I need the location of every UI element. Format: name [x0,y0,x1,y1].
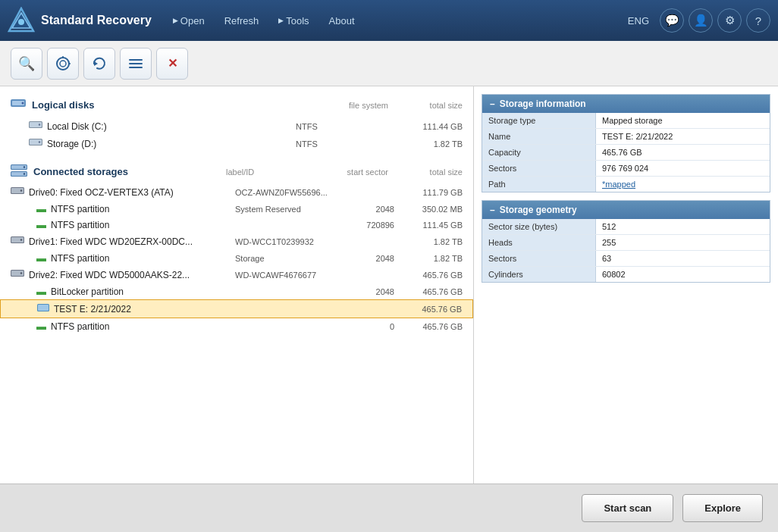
drive2-p1-name: BitLocker partition [51,286,235,297]
footer: Start scan Explore [0,483,778,532]
drive1-row[interactable]: Drive1: Fixed WDC WD20EZRX-00DC... WD-WC… [0,233,473,250]
collapse-storage-geo-icon[interactable]: – [490,205,495,215]
local-disk-c-row[interactable]: Local Disk (C:) NTFS 111.44 GB [0,117,473,135]
tools-arrow-icon: ▶ [278,17,284,24]
svg-point-31 [20,239,22,240]
nav-menu: ▶ Open Refresh ▶ Tools About [164,11,617,31]
chat-icon-button[interactable]: 💬 [660,8,684,33]
open-arrow-icon: ▶ [173,17,178,24]
storage-name-label: Name [482,129,596,144]
explore-button[interactable]: Explore [682,494,763,522]
connected-storages-label: Connected storages [33,166,128,177]
drive1-partition1-icon: ▬ [36,252,46,264]
drive0-size: 111.79 GB [394,188,463,197]
fs-col-header: file system [312,101,388,110]
help-icon-button[interactable]: ? [746,8,770,33]
sector-size-label: Sector size (bytes) [482,219,596,234]
drive2-ntfs-icon: ▬ [36,321,46,332]
header-right: ENG 💬 👤 ⚙ ? [622,8,770,33]
drive1-p1-sector: 2048 [334,254,394,263]
test-e-icon [37,302,49,315]
drive1-p1-label: Storage [235,254,334,263]
main-content: Logical disks file system total size Loc… [0,86,778,483]
refresh-tool-button[interactable] [83,48,115,80]
drive2-name: Drive2: Fixed WDC WD5000AAKS-22... [29,270,235,280]
drive2-size: 465.76 GB [394,271,463,280]
list-tool-button[interactable] [120,48,152,80]
geo-sectors-value: 63 [596,251,770,266]
test-e-row[interactable]: TEST E: 2/21/2022 465.76 GB [0,299,473,318]
drive0-partition1-row[interactable]: ▬ NTFS partition System Reserved 2048 35… [0,201,473,217]
drive0-label: OCZ-AWNZ0FW55696... [235,188,334,197]
drive2-p1-sector: 2048 [334,287,394,296]
storage-information-label: Storage information [500,99,586,109]
geo-sectors-row: Sectors 63 [482,251,770,267]
drive0-p2-name: NTFS partition [51,220,235,230]
local-disk-icon [29,120,42,133]
drive2-row[interactable]: Drive2: Fixed WDC WD5000AAKS-22... WD-WC… [0,266,473,283]
svg-point-34 [20,272,22,274]
left-panel: Logical disks file system total size Loc… [0,86,474,483]
test-e-name: TEST E: 2/21/2022 [54,304,234,315]
header: Standard Recovery ▶ Open Refresh ▶ Tools… [0,0,778,41]
storage-capacity-row: Capacity 465.76 GB [482,145,770,161]
drive2-p3-size: 465.76 GB [394,322,463,331]
drive0-p1-label: System Reserved [235,205,334,214]
heads-row: Heads 255 [482,235,770,251]
sector-col-header: start sector [328,167,388,177]
menu-tools[interactable]: ▶ Tools [269,11,318,31]
storage-d-fs: NTFS [296,139,394,149]
menu-refresh[interactable]: Refresh [215,11,268,31]
language-button[interactable]: ENG [622,12,655,30]
storage-path-label: Path [482,177,596,192]
svg-point-16 [39,124,40,125]
sector-size-value: 512 [596,219,770,234]
drive0-partition2-icon: ▬ [36,219,46,230]
drive2-ntfs-row[interactable]: ▬ NTFS partition 0 465.76 GB [0,318,473,334]
cylinders-label: Cylinders [482,267,596,282]
drive1-label: WD-WCC1T0239932 [235,237,334,246]
drive0-row[interactable]: Drive0: Fixed OCZ-VERTEX3 (ATA) OCZ-AWNZ… [0,183,473,201]
drive0-partition1-icon: ▬ [36,203,46,214]
menu-about[interactable]: About [320,11,364,31]
storage-d-row[interactable]: Storage (D:) NTFS 1.82 TB [0,135,473,152]
svg-point-25 [24,173,25,174]
storage-capacity-value: 465.76 GB [596,145,770,160]
drive2-icon [11,268,24,281]
drive2-bitlocker-icon: ▬ [36,286,46,297]
close-tool-button[interactable]: ✕ [156,48,188,80]
analyze-icon [55,55,71,72]
test-e-size: 465.76 GB [394,305,462,314]
analyze-tool-button[interactable] [47,48,79,80]
start-scan-button[interactable]: Start scan [582,494,673,522]
storage-information-header: – Storage information [482,95,770,113]
storage-geometry-header: – Storage geometry [482,201,770,219]
storage-path-value[interactable]: *mapped [596,177,770,192]
search-tool-button[interactable]: 🔍 [11,48,42,80]
svg-marker-7 [94,61,98,66]
drive0-p2-sector: 720896 [334,221,394,230]
drive0-p1-size: 350.02 MB [394,205,463,214]
menu-open[interactable]: ▶ Open [164,11,214,31]
settings-icon-button[interactable]: ⚙ [717,8,742,33]
storage-name-value: TEST E: 2/21/2022 [596,129,770,144]
storage-sectors-row: Sectors 976 769 024 [482,161,770,177]
storage-type-value: Mapped storage [596,113,770,128]
drive2-p3-name: NTFS partition [51,321,235,332]
collapse-storage-info-icon[interactable]: – [490,99,495,109]
refresh-icon [91,55,108,72]
list-icon [127,55,144,72]
drive1-partition1-row[interactable]: ▬ NTFS partition Storage 2048 1.82 TB [0,250,473,266]
drive0-partition2-row[interactable]: ▬ NTFS partition 720896 111.45 GB [0,217,473,233]
svg-rect-36 [38,305,49,311]
app-title: Standard Recovery [41,14,152,27]
local-disk-c-size: 111.44 GB [394,122,463,131]
label-col-header: label/ID [223,167,322,177]
drive0-p1-sector: 2048 [334,205,394,214]
logical-disks-icon [11,97,26,113]
drive2-bitlocker-row[interactable]: ▬ BitLocker partition 2048 465.76 GB [0,283,473,299]
user-icon-button[interactable]: 👤 [689,8,713,33]
cylinders-value: 60802 [596,267,770,282]
storage-geometry-section: – Storage geometry Sector size (bytes) 5… [482,200,770,283]
storage-information-section: – Storage information Storage type Mappe… [482,94,770,192]
